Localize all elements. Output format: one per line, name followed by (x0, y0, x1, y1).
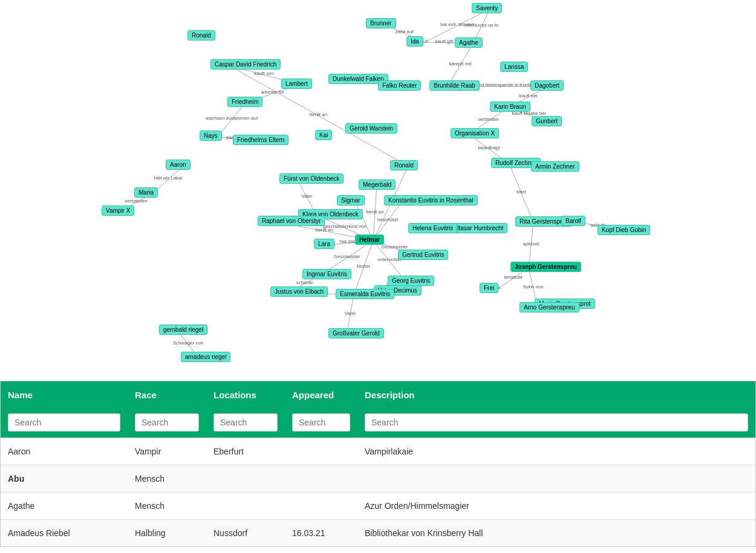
svg-line-38 (373, 186, 377, 241)
graph-node[interactable]: Justus von Eibach (270, 286, 328, 297)
graph-node[interactable]: Vampir X (102, 205, 134, 216)
cell-locations (206, 493, 285, 519)
graph-node[interactable]: Falko Reuter (378, 80, 421, 91)
graph-node[interactable]: Arno Gerstenspreu (520, 302, 579, 312)
graph-node[interactable]: Lara (314, 239, 334, 249)
cell-name: Amadeus Riebel (1, 520, 128, 546)
graph-area: hat evtl. bloviertintroduces us tozieht … (0, 0, 756, 381)
table-row: Aaron Vampir Eberfurt Vampirlakaie (1, 438, 755, 465)
search-desc-col (357, 413, 755, 432)
svg-text:berät an: berät an (310, 112, 327, 117)
svg-line-56 (529, 222, 533, 268)
graph-node[interactable]: Lambert (281, 79, 312, 89)
svg-text:wachsen zusammen auf: wachsen zusammen auf (205, 115, 258, 121)
cell-name: Agathe (1, 493, 128, 519)
graph-node[interactable]: Aaron (166, 160, 191, 170)
svg-text:zieht auf: zieht auf (395, 29, 414, 34)
svg-text:verbinden: verbinden (478, 117, 499, 122)
graph-node[interactable]: Ida (406, 36, 423, 47)
search-race-input[interactable] (135, 413, 199, 432)
graph-node[interactable]: Frei (480, 283, 498, 293)
search-name-col (1, 413, 128, 432)
search-app-col (285, 413, 357, 432)
graph-node[interactable]: Nays (200, 131, 222, 141)
search-name-input[interactable] (8, 413, 120, 432)
search-loc-col (206, 413, 285, 432)
search-app-input[interactable] (292, 413, 350, 432)
svg-text:kauft bei: kauft bei (519, 93, 537, 99)
svg-text:Sohn von: Sohn von (523, 284, 544, 289)
cell-appeared (285, 493, 357, 519)
graph-node[interactable]: Gerold Warstein (345, 123, 397, 134)
graph-node[interactable]: Caspar David Friedrich (210, 59, 281, 70)
cell-name: Aaron (1, 438, 128, 465)
graph-node[interactable]: Organisation X (451, 128, 499, 138)
search-loc-input[interactable] (213, 413, 278, 432)
col-header-appeared: Appeared (285, 381, 357, 409)
graph-node[interactable]: Raphael von Oberstyr (258, 216, 325, 226)
graph-node[interactable]: Dagobert (530, 80, 564, 91)
graph-node[interactable]: Larissa (500, 62, 528, 72)
graph-node[interactable]: Megerbald (359, 179, 396, 190)
cell-race: Vampir (128, 438, 206, 465)
graph-node[interactable]: Kopf Dieb Gobin (598, 225, 650, 235)
svg-text:Geschwister: Geschwister (333, 254, 360, 259)
graph-node[interactable]: Saventy (472, 3, 502, 13)
svg-line-22 (218, 103, 246, 137)
graph-node[interactable]: Brunner (366, 18, 396, 28)
svg-text:introduces us to: introduces us to (464, 22, 499, 28)
svg-text:schenkt: schenkt (296, 280, 313, 285)
graph-node[interactable]: Großvater Gerold (328, 328, 384, 338)
cell-description: Bibliothekar von Krinsberry Hall (357, 520, 755, 546)
svg-line-74 (509, 164, 533, 222)
graph-node[interactable]: Ronald (187, 30, 215, 40)
col-header-description: Description (357, 381, 755, 409)
search-desc-input[interactable] (365, 413, 748, 432)
svg-text:beschützt: beschützt (377, 217, 399, 222)
graph-node[interactable]: Sigmar (337, 195, 365, 205)
graph-node[interactable]: Esmeralda Euvitris (336, 289, 394, 299)
svg-text:Vater: Vater (345, 311, 356, 316)
graph-node[interactable]: Friedheim (227, 97, 262, 107)
cell-description: Vampirlakaie (357, 438, 755, 465)
graph-node[interactable]: Kai (315, 130, 332, 140)
svg-text:Vater: Vater (301, 193, 313, 199)
cell-race: Mensch (128, 493, 206, 519)
table-row: Agathe Mensch Azur Orden/Himmelsmagier (1, 492, 755, 519)
graph-node[interactable]: gernbald riegel (159, 325, 207, 335)
svg-text:hält als Lakai: hält als Lakai (154, 175, 183, 181)
graph-node[interactable]: Friedhelms Eltern (233, 135, 288, 145)
graph-node[interactable]: Georg Euvitris (388, 276, 434, 286)
table-row: Amadeus Riebel Halbling Nussdorf 16.03.2… (1, 519, 755, 546)
cell-name: Abu (1, 465, 128, 492)
cell-appeared (285, 465, 357, 492)
graph-node[interactable]: Konstantis Euvitris in Rosenthal (384, 195, 478, 205)
graph-node[interactable]: Brunhilde Raab (429, 80, 480, 91)
svg-text:apkliset: apkliset (523, 241, 539, 247)
graph-node[interactable]: Barolf (561, 216, 585, 226)
search-row (1, 409, 755, 438)
graph-node[interactable]: Ronald (390, 160, 418, 170)
cell-race: Halbling (128, 520, 206, 546)
table-area: Name Race Locations Appeared Description… (0, 381, 756, 547)
svg-text:Schwager von: Schwager von (173, 340, 204, 346)
graph-node[interactable]: Maria (134, 187, 158, 198)
graph-node[interactable]: Armin Zechner (531, 161, 579, 172)
col-header-race: Race (128, 381, 206, 409)
graph-node[interactable]: Karin Braun (490, 102, 530, 112)
cell-race: Mensch (128, 465, 206, 492)
graph-node[interactable]: Ingmar Euvitris (302, 269, 351, 279)
graph-node[interactable]: amadeus riegel (181, 352, 230, 362)
svg-text:kauft von: kauft von (254, 71, 273, 76)
graph-node[interactable]: Helena Euvitris (408, 223, 457, 233)
graph-node[interactable]: Gunbert (532, 116, 562, 126)
svg-text:hat evtl. bloviert: hat evtl. bloviert (440, 22, 475, 27)
cell-locations: Nussdorf (206, 520, 285, 546)
graph-node[interactable]: Gertrud Euvitris (398, 250, 448, 260)
graph-node[interactable]: Helmar (355, 234, 384, 245)
svg-text:verbanden: verbanden (125, 198, 148, 204)
graph-node[interactable]: Joseph Gerstenspreu (510, 262, 581, 272)
graph-node[interactable]: Fürst von Oldenbeck (279, 173, 344, 184)
cell-description (357, 465, 755, 492)
graph-node[interactable]: Agathe (455, 37, 483, 48)
